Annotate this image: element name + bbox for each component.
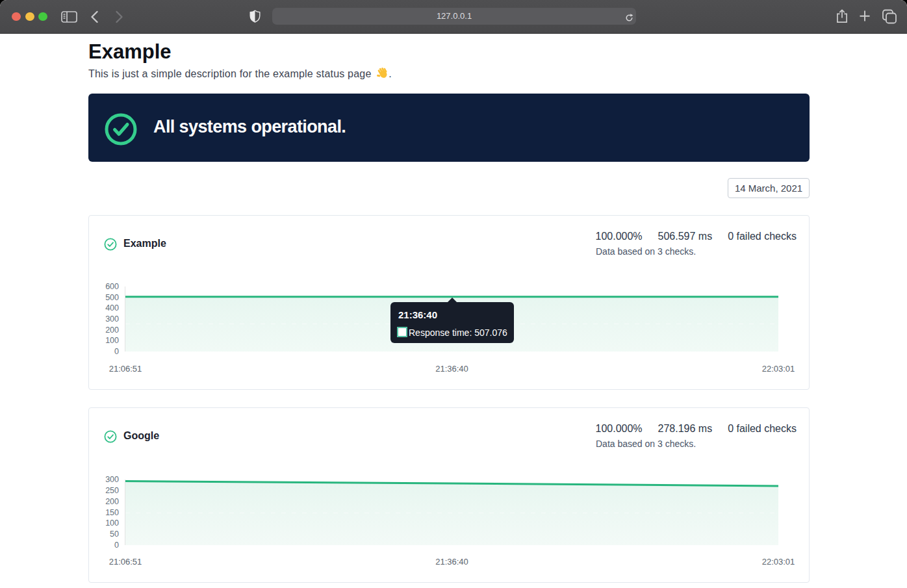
svg-text:21:36:40: 21:36:40	[435, 364, 468, 374]
svg-text:300: 300	[105, 314, 119, 324]
svg-text:400: 400	[105, 303, 119, 313]
svg-text:22:03:01: 22:03:01	[762, 557, 795, 567]
svg-text:22:03:01: 22:03:01	[762, 364, 795, 374]
svg-text:500: 500	[105, 293, 119, 302]
svg-text:300: 300	[105, 475, 119, 484]
svg-text:100: 100	[105, 336, 119, 345]
svg-text:250: 250	[105, 486, 119, 495]
svg-text:600: 600	[105, 282, 119, 291]
svg-text:21:06:51: 21:06:51	[109, 364, 142, 374]
svg-text:21:06:51: 21:06:51	[109, 557, 142, 567]
svg-text:21:36:40: 21:36:40	[435, 557, 468, 567]
svg-text:200: 200	[105, 326, 119, 335]
svg-text:150: 150	[105, 508, 119, 517]
svg-text:0: 0	[114, 347, 119, 356]
svg-text:50: 50	[110, 530, 119, 539]
svg-text:0: 0	[114, 541, 119, 550]
svg-text:100: 100	[105, 518, 119, 528]
svg-text:200: 200	[105, 497, 119, 506]
